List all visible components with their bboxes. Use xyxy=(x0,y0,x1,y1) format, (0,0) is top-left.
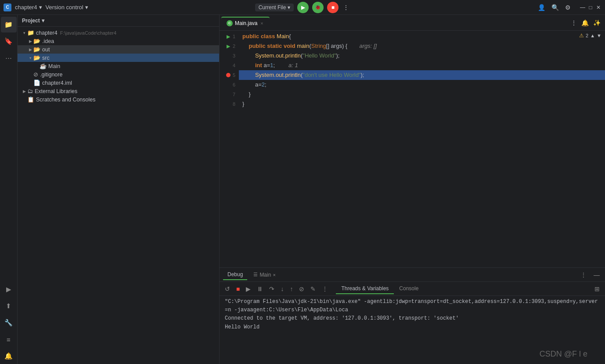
console-line-3: Hello World xyxy=(225,323,600,332)
warning-nav-up[interactable]: ▲ xyxy=(590,33,595,38)
tree-arrow-out: ▶ xyxy=(27,47,33,52)
vc-label: Version control xyxy=(46,4,83,11)
tree-arrow-chapter4: ▾ xyxy=(21,31,27,35)
vc-menu[interactable]: Version control ▾ xyxy=(46,4,88,11)
run-config-selector[interactable]: Current File ▾ xyxy=(255,4,294,11)
code-line-8: } xyxy=(239,99,605,109)
tree-item-out[interactable]: ▶ 📂 out xyxy=(18,45,219,54)
code-line-7: } xyxy=(239,90,605,99)
tree-item-scratches[interactable]: 📋 Scratches and Consoles xyxy=(18,95,219,104)
debug-stepover-icon[interactable]: ↷ xyxy=(267,285,276,293)
line-num-6: 6 xyxy=(220,80,235,90)
sidebar-icon-rail: 📁 🔖 ⋯ ▶ ⬆ 🔧 ≡ 🔔 xyxy=(0,15,18,364)
debug-tab-threads[interactable]: Threads & Variables xyxy=(336,284,394,294)
close-button[interactable]: ✕ xyxy=(595,4,601,11)
debug-mute-icon[interactable]: ⊘ xyxy=(297,285,306,293)
user-icon[interactable]: 👤 xyxy=(537,3,546,12)
bottom-tab-main[interactable]: ☰ Main × xyxy=(249,270,280,280)
tree-label-gitignore: .gitignore xyxy=(40,72,62,78)
debug-pause-icon[interactable]: ⏸ xyxy=(255,285,265,293)
tree-item-gitignore[interactable]: ⊘ .gitignore xyxy=(18,70,219,79)
tree-item-src[interactable]: ▾ 📂 src xyxy=(18,54,219,62)
code-line-2: public static void main(String[] args) {… xyxy=(239,41,605,51)
code-line-6: a=2; xyxy=(239,80,605,90)
sidebar-icon-more[interactable]: ⋯ xyxy=(1,50,17,66)
java-icon-main: ☕ xyxy=(40,63,47,69)
search-icon[interactable]: 🔍 xyxy=(551,3,560,12)
main-tab-label: Main xyxy=(259,272,271,278)
debug-tab-console-label: Console xyxy=(399,285,418,292)
tree-arrow-external: ▶ xyxy=(21,89,27,94)
editor-tab-bar: C Main.java × ⋮ 🔔 ✨ xyxy=(220,15,605,31)
java-tab-icon: C xyxy=(227,20,233,26)
code-area[interactable]: public class Main{ public static void ma… xyxy=(239,31,605,267)
tab-close-button[interactable]: × xyxy=(259,20,264,26)
tree-item-external-libs[interactable]: ▶ 🗂 External Libraries xyxy=(18,87,219,95)
tree-label-iml: chapter4.iml xyxy=(42,80,72,86)
editor-tab-main[interactable]: C Main.java × xyxy=(221,17,270,29)
tree-label-out: out xyxy=(42,47,50,53)
code-line-1: public class Main{ xyxy=(239,32,605,41)
sidebar-icon-deploy[interactable]: ⬆ xyxy=(1,298,17,314)
sidebar-icon-bookmarks[interactable]: 🔖 xyxy=(1,33,17,49)
tree-item-idea[interactable]: ▶ 📂 .idea xyxy=(18,37,219,45)
tree-item-iml[interactable]: 📄 chapter4.iml xyxy=(18,79,219,87)
debug-options-icon[interactable]: ⋮ xyxy=(320,285,330,293)
maximize-button[interactable]: □ xyxy=(587,4,594,11)
file-icon-iml: 📄 xyxy=(33,79,40,86)
sidebar-icon-lines[interactable]: ≡ xyxy=(1,332,17,347)
sidebar-icon-project[interactable]: 📁 xyxy=(1,17,17,32)
project-menu[interactable]: chapter4 ▾ xyxy=(15,4,42,11)
tab-bar-more-icon[interactable]: ⋮ xyxy=(570,18,578,27)
debug-tab-console[interactable]: Console xyxy=(394,284,424,294)
debug-edit-icon[interactable]: ✎ xyxy=(309,285,317,293)
bottom-tab-debug[interactable]: Debug xyxy=(223,270,247,280)
tree-label-external: External Libraries xyxy=(35,88,77,94)
debug-stepout-icon[interactable]: ↑ xyxy=(288,285,295,293)
debug-tab-threads-label: Threads & Variables xyxy=(341,285,389,292)
gutter-run-2: ▶ xyxy=(224,41,233,51)
debug-stepinto-icon[interactable]: ↓ xyxy=(279,285,285,293)
file-tree: ▾ 📁 chapter4 F:\java\javaCode\chapter4 ▶… xyxy=(18,27,219,364)
folder-icon-out: 📂 xyxy=(33,46,40,53)
code-line-3: System.out.println("Hello World"); xyxy=(239,51,605,61)
sidebar-icon-tools[interactable]: 🔧 xyxy=(1,315,17,331)
tree-item-main[interactable]: ☕ Main xyxy=(18,62,219,70)
debug-stop-icon[interactable]: ■ xyxy=(234,285,241,293)
bottom-close-icon[interactable]: — xyxy=(592,270,601,279)
debug-button[interactable]: 🐞 xyxy=(312,2,324,13)
sidebar-icon-run[interactable]: ▶ xyxy=(1,281,17,297)
line-num-1: ▶ 1 xyxy=(220,32,235,41)
debug-sub-tabs: Threads & Variables Console xyxy=(336,284,424,294)
console-line-1: "C:\Program Files\Java\jdk-21\bin\java.e… xyxy=(225,298,600,314)
tab-bar-bell-icon[interactable]: 🔔 xyxy=(580,18,590,27)
title-bar-left: C chapter4 ▾ Version control ▾ xyxy=(4,4,255,11)
code-line-5: System.out.println("don't use Hello Worl… xyxy=(239,70,605,80)
minimize-button[interactable]: — xyxy=(580,4,586,11)
code-line-4: int a=1; a: 1 xyxy=(239,61,605,70)
debug-restart-icon[interactable]: ↺ xyxy=(223,285,232,293)
line-num-7: 7 xyxy=(220,90,235,99)
libs-icon: 🗂 xyxy=(27,88,33,94)
gutter-run-1: ▶ xyxy=(224,32,233,41)
bottom-more-icon[interactable]: ⋮ xyxy=(579,270,588,279)
vc-arrow-icon: ▾ xyxy=(85,4,88,11)
run-config-arrow-icon: ▾ xyxy=(288,4,290,11)
tree-item-chapter4[interactable]: ▾ 📁 chapter4 F:\java\javaCode\chapter4 xyxy=(18,29,219,37)
editor-body: ⚠ 2 ▲ ▼ ▶ 1 ▶ 2 xyxy=(220,31,605,364)
settings-icon[interactable]: ⚙ xyxy=(564,3,572,12)
warnings-bar: ⚠ 2 ▲ ▼ xyxy=(579,32,601,39)
tree-arrow-idea: ▶ xyxy=(27,39,33,43)
debug-layout-icon[interactable]: ⊞ xyxy=(593,285,601,293)
stop-button[interactable]: ■ xyxy=(327,2,339,13)
sidebar-icon-notification[interactable]: 🔔 xyxy=(1,348,17,364)
code-editor[interactable]: ⚠ 2 ▲ ▼ ▶ 1 ▶ 2 xyxy=(220,31,605,267)
ai-assistant-icon[interactable]: ✨ xyxy=(592,18,601,27)
warning-nav-down[interactable]: ▼ xyxy=(597,33,601,38)
panel-arrow-icon: ▾ xyxy=(42,18,44,24)
more-options-icon[interactable]: ⋮ xyxy=(342,3,350,12)
run-button[interactable]: ▶ xyxy=(297,2,309,13)
tree-label-chapter4: chapter4 xyxy=(36,30,58,36)
debug-resume-icon[interactable]: ▶ xyxy=(244,285,252,293)
title-bar-center: Current File ▾ ▶ 🐞 ■ ⋮ xyxy=(255,2,350,13)
